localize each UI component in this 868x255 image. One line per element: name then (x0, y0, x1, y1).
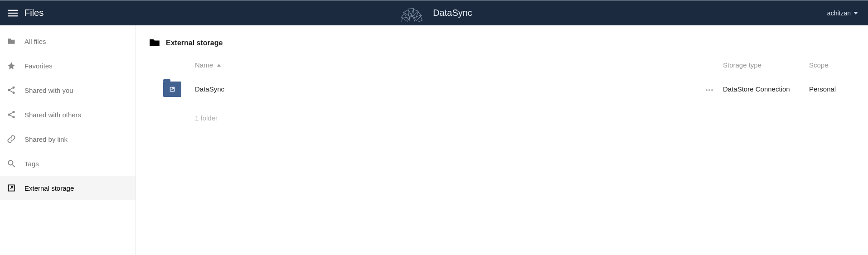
column-header-name[interactable]: Name (195, 61, 696, 69)
row-storage-type: DataStore Connection (723, 85, 809, 93)
brand-logo-icon (396, 4, 427, 22)
star-icon (6, 61, 16, 71)
svg-point-22 (711, 89, 713, 91)
svg-line-18 (13, 165, 15, 167)
topbar: Files DataSync achitzan (0, 0, 868, 25)
table-header: Name Storage type Scope (150, 56, 854, 74)
sidebar-item-shared-with-you[interactable]: Shared with you (0, 78, 136, 102)
summary-text: 1 folder (195, 114, 696, 122)
sidebar-item-all-files[interactable]: All files (0, 29, 136, 53)
sidebar-item-label: Shared with others (24, 111, 81, 119)
external-folder-icon (163, 82, 181, 97)
svg-point-12 (8, 89, 10, 91)
external-icon (6, 183, 16, 193)
brand-name: DataSync (433, 8, 472, 18)
sidebar-item-shared-by-link[interactable]: Shared by link (0, 127, 136, 151)
svg-marker-19 (217, 64, 221, 67)
sidebar-item-label: Favorites (24, 62, 53, 70)
column-header-storage-type[interactable]: Storage type (723, 61, 809, 69)
sidebar-item-label: External storage (24, 184, 74, 192)
svg-rect-1 (8, 12, 18, 13)
svg-marker-10 (853, 12, 858, 14)
sort-asc-icon (217, 61, 221, 69)
sidebar-item-label: Shared by link (24, 135, 68, 143)
sidebar-item-shared-with-others[interactable]: Shared with others (0, 102, 136, 127)
user-menu[interactable]: achitzan (823, 7, 863, 19)
username: achitzan (827, 10, 851, 17)
sidebar-item-label: Tags (24, 160, 39, 168)
row-scope: Personal (809, 85, 854, 93)
svg-rect-0 (8, 10, 18, 10)
brand: DataSync (396, 4, 472, 22)
sidebar: All files Favorites Shared with you Shar… (0, 25, 136, 255)
ellipsis-icon (705, 89, 713, 91)
svg-point-11 (13, 87, 15, 89)
sidebar-item-favorites[interactable]: Favorites (0, 53, 136, 78)
column-header-scope[interactable]: Scope (809, 61, 854, 69)
svg-point-13 (13, 91, 15, 94)
svg-point-17 (8, 160, 13, 165)
folder-icon (150, 38, 160, 48)
breadcrumb: External storage (150, 38, 854, 48)
sidebar-item-tags[interactable]: Tags (0, 151, 136, 176)
app-title: Files (24, 8, 44, 18)
hamburger-menu-button[interactable] (5, 6, 20, 20)
main-content: External storage Name Storage type Scope… (136, 25, 868, 255)
svg-point-14 (13, 111, 15, 113)
breadcrumb-label[interactable]: External storage (166, 39, 223, 47)
sidebar-item-label: All files (24, 38, 46, 45)
row-name: DataSync (195, 85, 696, 93)
caret-down-icon (853, 11, 858, 15)
svg-rect-6 (413, 15, 422, 22)
folder-icon (6, 36, 16, 46)
svg-point-21 (708, 89, 710, 91)
svg-point-15 (8, 114, 10, 116)
link-icon (6, 134, 16, 144)
row-actions-button[interactable] (705, 85, 713, 93)
table-summary: 1 folder (150, 104, 854, 131)
table-row[interactable]: DataSync DataStore Connection Personal (150, 74, 854, 104)
svg-rect-2 (8, 15, 18, 16)
share-out-icon (6, 110, 16, 120)
svg-rect-4 (411, 9, 418, 18)
hamburger-icon (8, 8, 18, 18)
sidebar-item-label: Shared with you (24, 87, 73, 94)
svg-point-16 (13, 116, 15, 118)
share-in-icon (6, 85, 16, 95)
search-icon (6, 159, 16, 168)
sidebar-item-external-storage[interactable]: External storage (0, 176, 136, 200)
svg-point-20 (706, 89, 708, 91)
